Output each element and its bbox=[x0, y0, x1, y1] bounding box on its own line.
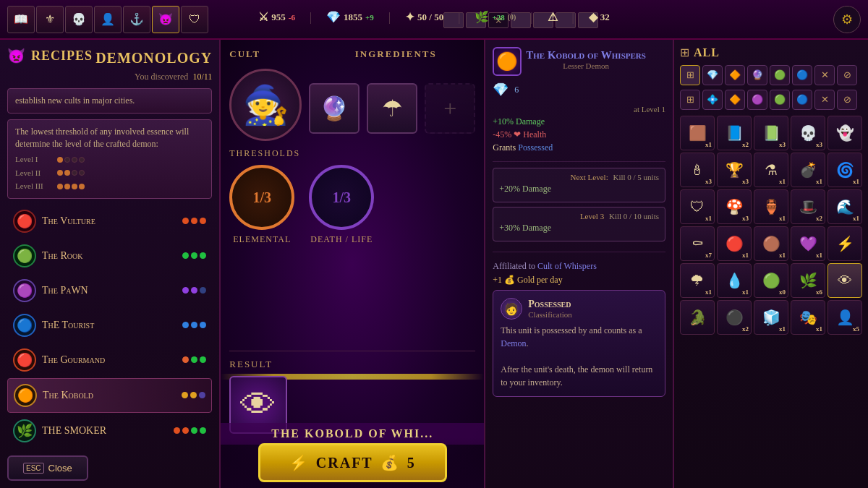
green-value: +28 bbox=[492, 13, 504, 22]
inv-item-15[interactable]: ⚰x7 bbox=[680, 226, 715, 261]
filter2-x2[interactable]: ✕ bbox=[814, 90, 835, 110]
level-row-3: Level III bbox=[15, 181, 204, 192]
inv-item-4[interactable]: 👻 bbox=[827, 116, 862, 150]
inv-item-2[interactable]: 📗x3 bbox=[754, 116, 788, 150]
inv-item-12[interactable]: 🏺x1 bbox=[754, 189, 788, 224]
info-header: 🟠 The Kobold of Whispers Lesser Demon bbox=[493, 47, 665, 76]
inv-item-23[interactable]: 🌿x6 bbox=[791, 263, 825, 298]
inv-item-9[interactable]: 🌀x1 bbox=[827, 153, 862, 187]
settings-button[interactable]: ⚙ bbox=[833, 6, 861, 33]
inv-item-20[interactable]: 🌩x1 bbox=[680, 263, 715, 298]
sword-stat: ⚔ 955 -6 bbox=[258, 10, 295, 24]
inv-item-27[interactable]: 🧊x1 bbox=[754, 300, 788, 335]
inv-item-3[interactable]: 💀x3 bbox=[791, 116, 825, 150]
dot bbox=[72, 170, 77, 176]
top-bar: 📖 ⚜ 💀 👤 ⚓ 👿 🛡 ⚔ 955 -6 | 💎 1855 +9 | ✦ 5… bbox=[0, 0, 868, 40]
info-panel: 🟠 The Kobold of Whispers Lesser Demon 💎 … bbox=[484, 40, 673, 488]
recipe-item-gourmand[interactable]: 🔴 The Gourmand bbox=[7, 343, 212, 377]
recipe-item-rook[interactable]: 🟢 The Rook bbox=[7, 239, 212, 273]
inv-item-28[interactable]: 🎭x1 bbox=[791, 300, 825, 335]
inv-item-13[interactable]: 🎩x2 bbox=[791, 189, 825, 224]
filter2-grid[interactable]: ⊞ bbox=[680, 90, 700, 110]
soul-crystal-icon: 💎 bbox=[493, 82, 509, 98]
dot bbox=[191, 287, 197, 294]
dot bbox=[182, 287, 189, 294]
inv-item-11[interactable]: 🍄x3 bbox=[717, 189, 752, 224]
filter-x[interactable]: ✕ bbox=[814, 65, 835, 85]
inv-item-24[interactable]: 👁 bbox=[827, 263, 862, 298]
inv-item-16[interactable]: 🔴x1 bbox=[717, 226, 752, 261]
helm-nav-btn[interactable]: ⚜ bbox=[36, 6, 64, 33]
recipe-item-smoker[interactable]: 🌿 THE SMOKER bbox=[7, 414, 212, 448]
demon-nav-btn[interactable]: 👿 bbox=[152, 6, 179, 33]
anchor-nav-btn[interactable]: ⚓ bbox=[123, 6, 150, 33]
filter-all[interactable]: ⊞ bbox=[680, 65, 700, 85]
divider-2 bbox=[493, 252, 665, 252]
recipe-item-warlock[interactable]: 🧙 The Warlock bbox=[7, 449, 212, 450]
dot bbox=[182, 218, 189, 224]
ingredient-1[interactable]: 🔮 bbox=[309, 83, 359, 134]
inv-item-22[interactable]: 🟢x0 bbox=[754, 263, 788, 298]
filter2-diamond[interactable]: 💠 bbox=[702, 90, 723, 110]
filter2-purple[interactable]: 🟣 bbox=[747, 90, 767, 110]
skull-nav-btn[interactable]: 💀 bbox=[65, 6, 93, 33]
dot bbox=[190, 392, 197, 398]
inv-item-14[interactable]: 🌊x1 bbox=[827, 189, 862, 224]
filter-blue[interactable]: 🔵 bbox=[792, 65, 812, 85]
recipe-item-pawn[interactable]: 🟣 The PaWN bbox=[7, 274, 212, 307]
cult-slot[interactable]: 🧙 bbox=[229, 69, 302, 141]
filter2-green2[interactable]: 🟢 bbox=[770, 90, 790, 110]
filter2-orange[interactable]: 🔶 bbox=[725, 90, 745, 110]
dot bbox=[200, 287, 206, 294]
inv-item-1[interactable]: 📘x2 bbox=[717, 116, 752, 150]
recipe-item-tourist[interactable]: 🔵 ThE Tourist bbox=[7, 309, 212, 342]
inv-filter-row1: ⊞ 💎 🔶 🔮 🟢 🔵 ✕ ⊘ bbox=[680, 65, 862, 85]
filter-empty[interactable]: ⊘ bbox=[837, 65, 857, 85]
craft-button[interactable]: ⚡ Craft 💰 5 bbox=[258, 443, 447, 482]
inv-item-29[interactable]: 👤x5 bbox=[827, 300, 862, 335]
filter2-empty2[interactable]: ⊘ bbox=[837, 90, 857, 110]
inv-item-19[interactable]: ⚡ bbox=[827, 226, 862, 261]
leaf-icon: 🌿 bbox=[475, 10, 489, 24]
inv-item-0[interactable]: 🟫x1 bbox=[680, 116, 715, 150]
gourmand-icon: 🔴 bbox=[13, 348, 36, 372]
ingredient-3[interactable]: + bbox=[425, 83, 475, 134]
dot bbox=[57, 157, 63, 163]
person-nav-btn[interactable]: 👤 bbox=[94, 6, 122, 33]
filter2-blue2[interactable]: 🔵 bbox=[792, 90, 812, 110]
level1-stats: +10% Damage -45% ❤ Health Grants Possess… bbox=[493, 116, 665, 155]
close-button[interactable]: ESC Close bbox=[7, 455, 88, 481]
close-label: Close bbox=[48, 463, 72, 474]
inv-item-8[interactable]: 💣x1 bbox=[791, 153, 825, 187]
inv-item-5[interactable]: 🕯x3 bbox=[680, 153, 715, 187]
book-nav-btn[interactable]: 📖 bbox=[7, 6, 35, 33]
dot bbox=[182, 427, 189, 434]
inv-item-26[interactable]: ⚫x2 bbox=[717, 300, 752, 335]
inv-item-21[interactable]: 💧x1 bbox=[717, 263, 752, 298]
level3-title: Level 3 Kill 0 / 10 units bbox=[499, 212, 659, 221]
sword-icon: ⚔ bbox=[258, 10, 268, 24]
inv-item-25[interactable]: 🐊 bbox=[680, 300, 715, 335]
recipe-item-kobold[interactable]: 🟠 The Kobold bbox=[7, 378, 212, 413]
inv-item-7[interactable]: ⚗x1 bbox=[754, 153, 788, 187]
inv-title: All bbox=[694, 46, 720, 59]
filter-gem[interactable]: 💎 bbox=[702, 65, 723, 85]
recipe-item-vulture[interactable]: 🔴 The Vulture bbox=[7, 205, 212, 238]
dot bbox=[174, 427, 180, 434]
dot bbox=[57, 184, 63, 189]
dot bbox=[64, 170, 70, 176]
inv-item-10[interactable]: 🛡x1 bbox=[680, 189, 715, 224]
filter-green[interactable]: 🟢 bbox=[770, 65, 790, 85]
health-icon: ✦ bbox=[405, 10, 414, 24]
filter-magic[interactable]: 🔮 bbox=[747, 65, 767, 85]
inv-item-6[interactable]: 🏆x3 bbox=[717, 153, 752, 187]
tourist-icon: 🔵 bbox=[13, 314, 36, 337]
rook-icon: 🟢 bbox=[13, 244, 36, 267]
info-box-top: establish new cults in major cities. bbox=[7, 88, 212, 114]
inv-item-18[interactable]: 💜x1 bbox=[791, 226, 825, 261]
shield-nav-btn[interactable]: 🛡 bbox=[181, 6, 208, 33]
inv-item-17[interactable]: 🟤x1 bbox=[754, 226, 788, 261]
filter-fire[interactable]: 🔶 bbox=[725, 65, 745, 85]
ingredient-2[interactable]: ☂ bbox=[367, 83, 417, 134]
result-label: Result bbox=[229, 359, 475, 370]
